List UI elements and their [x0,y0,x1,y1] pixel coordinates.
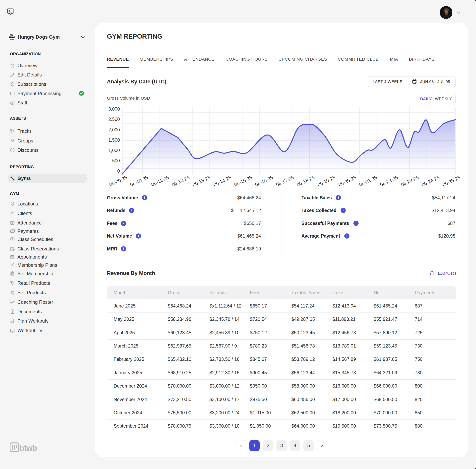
svg-text:06-18-25: 06-18-25 [296,175,315,187]
svg-text:06-22-25: 06-22-25 [379,175,399,187]
svg-text:06-17-25: 06-17-25 [275,175,294,187]
svg-text:06-25-25: 06-25-25 [442,175,461,187]
svg-text:06-15-25: 06-15-25 [233,175,253,187]
svg-text:06-10-25: 06-10-25 [129,175,149,187]
svg-text:06-13-25: 06-13-25 [192,175,211,187]
svg-text:06-11-25: 06-11-25 [150,175,170,187]
svg-text:500: 500 [112,158,120,163]
svg-text:06-21-25: 06-21-25 [358,175,378,187]
svg-text:06-12-25: 06-12-25 [171,175,190,187]
svg-text:1,000: 1,000 [108,148,120,153]
svg-text:2,000: 2,000 [108,127,120,132]
svg-text:06-16-25: 06-16-25 [254,175,274,187]
svg-text:06-09-25: 06-09-25 [108,175,128,187]
svg-text:0: 0 [117,168,120,174]
svg-text:2.500: 2.500 [108,117,120,122]
svg-text:06-20-25: 06-20-25 [338,175,357,187]
svg-text:3,000: 3,000 [108,106,120,112]
svg-text:06-19-25: 06-19-25 [317,175,336,187]
svg-text:1,500: 1,500 [108,138,120,143]
svg-text:06-14-25: 06-14-25 [213,175,232,187]
svg-text:06-24-25: 06-24-25 [421,175,440,187]
svg-text:06-23-25: 06-23-25 [400,175,420,187]
